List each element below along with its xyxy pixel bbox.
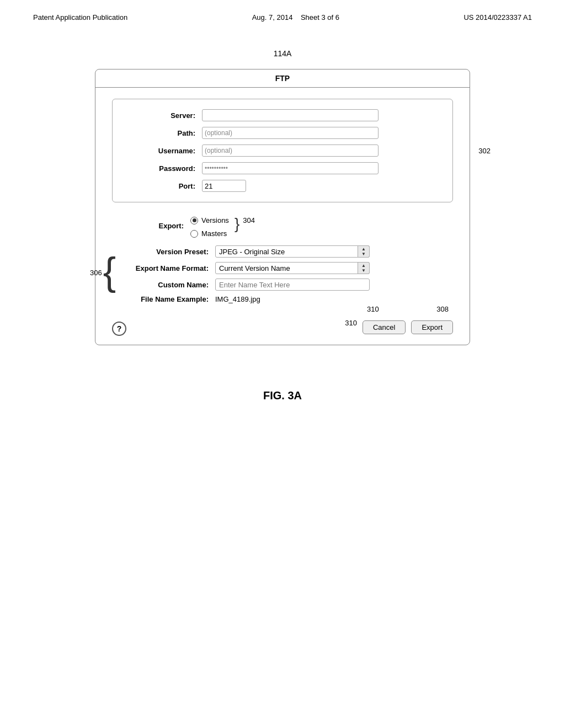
export-label: Export:: [118, 222, 184, 230]
callout-310-label: 310: [367, 305, 379, 313]
password-input[interactable]: [202, 162, 379, 174]
path-input[interactable]: [202, 127, 379, 139]
radio-masters-label: Masters: [201, 229, 227, 238]
port-input[interactable]: [202, 180, 246, 192]
help-button[interactable]: ?: [112, 322, 126, 336]
cancel-button[interactable]: Cancel: [363, 320, 406, 334]
version-preset-label: Version Preset:: [112, 248, 209, 256]
version-preset-value: JPEG - Original Size: [219, 248, 285, 256]
version-preset-display[interactable]: JPEG - Original Size: [215, 245, 370, 258]
path-row: Path:: [124, 127, 441, 139]
brace-306-symbol: {: [103, 252, 116, 291]
callout-306-container: 306 {: [90, 248, 116, 297]
dialog-title: FTP: [95, 69, 470, 88]
ftp-dialog: FTP Server: Path:: [95, 69, 470, 345]
export-name-format-wrapper: Current Version Name ▲ ▼: [215, 262, 370, 274]
path-label: Path:: [124, 129, 195, 137]
port-row: Port:: [124, 180, 441, 192]
export-section: Export: Versions } 304: [112, 213, 453, 238]
export-name-format-display[interactable]: Current Version Name: [215, 262, 370, 274]
export-button[interactable]: Export: [411, 320, 453, 334]
server-row: Server:: [124, 109, 441, 121]
custom-name-input[interactable]: [215, 279, 370, 291]
version-section: 306 { Version Preset: JPEG - Original Si…: [112, 245, 453, 303]
export-name-format-value: Current Version Name: [219, 264, 290, 272]
callout-302: 302: [478, 147, 491, 155]
version-preset-arrow[interactable]: ▲ ▼: [358, 245, 370, 258]
radio-masters[interactable]: [190, 230, 198, 238]
version-preset-row: Version Preset: JPEG - Original Size ▲ ▼: [112, 245, 453, 258]
callout-308-label: 308: [436, 305, 449, 313]
server-input[interactable]: [202, 109, 379, 121]
export-name-format-label: Export Name Format:: [112, 264, 209, 272]
file-name-example-value: IMG_4189.jpg: [215, 295, 260, 303]
header-center: Aug. 7, 2014 Sheet 3 of 6: [252, 13, 339, 22]
custom-name-label: Custom Name:: [112, 281, 209, 289]
radio-versions[interactable]: [190, 217, 198, 224]
password-row: Password:: [124, 162, 441, 174]
figure-caption: FIG. 3A: [263, 389, 302, 402]
callout-304: 304: [243, 216, 255, 224]
custom-name-row: Custom Name:: [112, 279, 453, 291]
figure-label-top: 114A: [274, 49, 292, 58]
dialog-bottom: ? 310 310 308 Cancel Export: [95, 319, 470, 345]
radio-versions-label: Versions: [201, 216, 229, 224]
header-left: Patent Application Publication: [33, 13, 127, 22]
server-label: Server:: [124, 111, 195, 120]
callout-306: 306: [90, 269, 102, 277]
port-label: Port:: [124, 182, 195, 190]
password-label: Password:: [124, 164, 195, 173]
username-label: Username:: [124, 147, 195, 155]
file-name-example-label: File Name Example:: [112, 295, 209, 303]
version-preset-select-wrapper: JPEG - Original Size ▲ ▼: [215, 245, 370, 258]
username-row: Username:: [124, 144, 441, 157]
callout-310: 310: [345, 319, 357, 327]
ftp-fields-group: Server: Path: Username:: [112, 99, 453, 202]
export-radio-group: Versions } 304 Masters: [190, 213, 255, 238]
file-name-example-row: File Name Example: IMG_4189.jpg: [112, 295, 453, 303]
username-input[interactable]: [202, 144, 379, 157]
header-right: US 2014/0223337 A1: [463, 13, 532, 22]
brace-304: }: [234, 217, 239, 231]
export-name-format-row: Export Name Format: Current Version Name…: [112, 262, 453, 274]
export-name-format-arrow[interactable]: ▲ ▼: [358, 262, 370, 274]
